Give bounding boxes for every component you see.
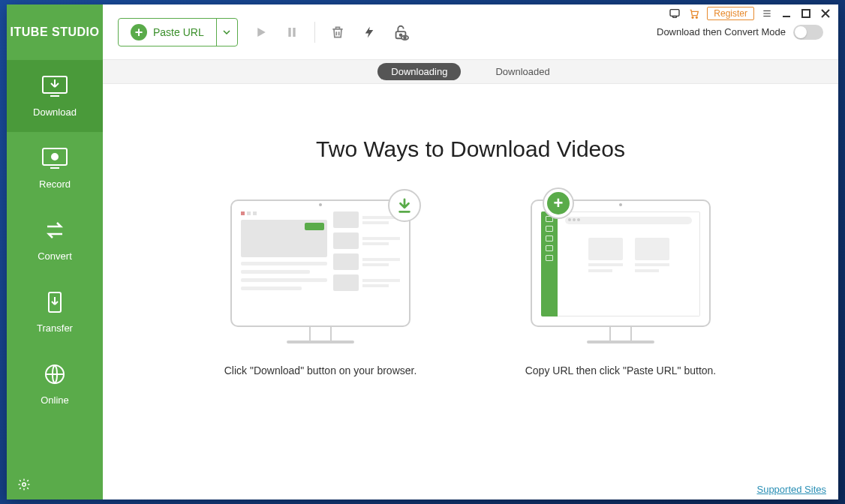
svg-point-13 <box>399 34 401 36</box>
privacy-button[interactable] <box>392 23 410 41</box>
titlebar: Register <box>662 4 838 22</box>
register-button[interactable]: Register <box>707 7 754 20</box>
pause-button[interactable] <box>283 23 301 41</box>
svg-point-15 <box>404 36 406 38</box>
paste-url-label: Paste URL <box>153 26 204 38</box>
method-b-text: Copy URL then click "Paste URL" button. <box>525 363 717 379</box>
svg-rect-11 <box>293 28 295 37</box>
close-button[interactable] <box>819 7 832 20</box>
method-a-text: Click "Download" button on your browser. <box>224 363 417 379</box>
plus-icon: + <box>131 24 147 40</box>
sidebar: ITUBE STUDIO Download Record Convert Tra… <box>7 4 103 500</box>
transfer-icon <box>41 291 68 314</box>
content-area: Two Ways to Download Videos <box>103 84 838 478</box>
convert-icon <box>41 219 68 242</box>
sidebar-item-convert[interactable]: Convert <box>7 204 103 276</box>
download-badge-icon <box>388 189 421 222</box>
record-icon <box>41 147 68 170</box>
brand-title: ITUBE STUDIO <box>7 4 103 60</box>
sidebar-item-label: Convert <box>38 250 72 262</box>
turbo-button[interactable] <box>360 23 378 41</box>
paste-url-button[interactable]: + Paste URL <box>119 19 216 46</box>
sidebar-item-label: Online <box>41 394 69 406</box>
pause-icon <box>286 26 298 39</box>
separator <box>314 22 315 43</box>
svg-point-6 <box>52 154 58 160</box>
footer: Supported Sites <box>103 478 838 500</box>
plus-badge-icon: + <box>544 189 573 218</box>
svg-rect-10 <box>288 28 290 37</box>
illustration-monitor-a <box>230 200 410 327</box>
trash-icon <box>330 25 345 40</box>
headline: Two Ways to Download Videos <box>316 136 625 162</box>
method-paste-url: + Copy URL then click "Paste URL" button… <box>523 200 718 379</box>
convert-mode-label: Download then Convert Mode <box>657 26 786 38</box>
minimize-button[interactable] <box>780 7 793 20</box>
unlock-icon <box>392 24 409 40</box>
illustration-monitor-b <box>531 200 711 327</box>
paste-url-dropdown[interactable] <box>216 19 237 46</box>
sidebar-item-download[interactable]: Download <box>7 60 103 132</box>
tab-downloaded[interactable]: Downloaded <box>482 63 563 80</box>
method-browser: Click "Download" button on your browser. <box>223 200 418 379</box>
sidebar-settings[interactable] <box>7 470 103 500</box>
online-icon <box>41 363 68 386</box>
supported-sites-link[interactable]: Supported Sites <box>756 484 826 495</box>
sidebar-item-record[interactable]: Record <box>7 132 103 204</box>
sidebar-item-transfer[interactable]: Transfer <box>7 276 103 348</box>
paste-url-group: + Paste URL <box>118 18 238 46</box>
menu-icon[interactable] <box>760 7 774 20</box>
tab-downloading[interactable]: Downloading <box>377 63 461 80</box>
app-window: Register ITUBE STUDIO Download Record <box>7 4 838 500</box>
convert-mode-toggle[interactable] <box>793 25 823 40</box>
play-button[interactable] <box>251 23 269 41</box>
sidebar-item-label: Download <box>33 106 77 118</box>
sidebar-item-label: Transfer <box>37 322 73 334</box>
feedback-icon[interactable] <box>668 7 681 20</box>
sidebar-item-label: Record <box>39 178 71 190</box>
gear-icon <box>17 478 31 491</box>
svg-point-2 <box>696 16 698 18</box>
chevron-down-icon <box>223 28 230 36</box>
svg-rect-3 <box>802 10 810 17</box>
svg-point-1 <box>692 16 693 18</box>
delete-button[interactable] <box>329 23 347 41</box>
main-area: + Paste URL <box>103 4 838 500</box>
svg-rect-0 <box>670 10 679 16</box>
sidebar-item-online[interactable]: Online <box>7 348 103 420</box>
cart-icon[interactable] <box>687 7 701 20</box>
svg-point-9 <box>23 483 26 487</box>
methods-row: Click "Download" button on your browser. <box>223 200 718 379</box>
maximize-button[interactable] <box>799 7 813 20</box>
download-icon <box>41 75 68 98</box>
tabs: Downloading Downloaded <box>103 60 838 84</box>
play-icon <box>254 26 267 39</box>
bolt-icon <box>362 24 376 40</box>
